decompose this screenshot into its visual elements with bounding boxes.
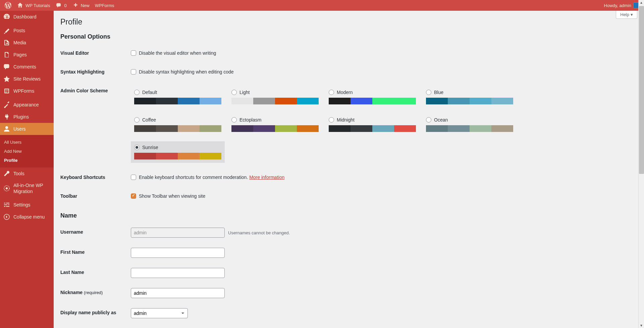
syntax-toggle[interactable]: Disable syntax highlighting when editing… xyxy=(131,69,634,75)
color-radio-blue[interactable] xyxy=(426,90,431,95)
new-content-link[interactable]: New xyxy=(69,0,92,11)
my-account-link[interactable]: Howdy, admin xyxy=(601,0,642,11)
sidebar-item-users[interactable]: Users xyxy=(0,123,54,135)
shortcuts-label: Keyboard Shortcuts xyxy=(60,168,127,187)
sidebar-item-posts[interactable]: Posts xyxy=(0,25,54,37)
color-scheme-ectoplasm[interactable]: Ectoplasm xyxy=(228,114,322,135)
color-scheme-ocean[interactable]: Ocean xyxy=(423,114,517,135)
help-tab[interactable]: Help ▾ xyxy=(616,11,637,19)
plug-icon xyxy=(3,113,10,120)
color-palette xyxy=(134,125,221,132)
color-radio-default[interactable] xyxy=(134,90,140,95)
last-name-input[interactable] xyxy=(131,268,225,278)
color-radio-light[interactable] xyxy=(231,90,237,95)
display-name-select[interactable]: admin xyxy=(131,308,188,318)
color-radio-midnight[interactable] xyxy=(329,117,334,123)
color-radio-sunrise[interactable] xyxy=(134,145,140,150)
username-label: Username xyxy=(60,223,127,243)
admin-sidebar: Dashboard Posts Media Pages Comments Sit… xyxy=(0,11,54,328)
star-icon xyxy=(3,76,10,82)
sidebar-item-tools[interactable]: Tools xyxy=(0,168,54,180)
color-palette xyxy=(329,125,416,132)
home-icon xyxy=(17,2,23,9)
wrench-icon xyxy=(3,170,10,177)
color-radio-ectoplasm[interactable] xyxy=(231,117,237,123)
sidebar-item-wpforms[interactable]: WPForms xyxy=(0,85,54,97)
color-scheme-coffee[interactable]: Coffee xyxy=(131,114,225,135)
last-name-label: Last Name xyxy=(60,263,127,283)
sidebar-item-plugins[interactable]: Plugins xyxy=(0,111,54,123)
comments-count: 0 xyxy=(64,3,66,8)
comment-icon xyxy=(55,2,62,9)
color-scheme-picker: DefaultLightModernBlueCoffeeEctoplasmMid… xyxy=(131,86,634,163)
color-palette xyxy=(426,98,513,104)
pages-icon xyxy=(3,51,10,58)
first-name-input[interactable] xyxy=(131,248,225,258)
color-palette xyxy=(134,153,221,159)
color-palette xyxy=(426,125,513,132)
submenu-profile[interactable]: Profile xyxy=(0,156,54,165)
migration-icon xyxy=(3,185,10,192)
howdy-text: Howdy, admin xyxy=(604,3,631,8)
color-scheme-default[interactable]: Default xyxy=(131,86,225,108)
pin-icon xyxy=(3,27,10,34)
color-radio-modern[interactable] xyxy=(329,90,334,95)
media-icon xyxy=(3,39,10,46)
admin-toolbar: WP Tutorials 0 New WPForms Howdy, admin xyxy=(0,0,644,11)
username-description: Usernames cannot be changed. xyxy=(228,230,290,235)
chevron-down-icon: ▾ xyxy=(631,12,633,17)
sidebar-item-site-reviews[interactable]: Site Reviews xyxy=(0,73,54,85)
sidebar-item-settings[interactable]: Settings xyxy=(0,199,54,211)
color-scheme-midnight[interactable]: Midnight xyxy=(325,114,419,135)
visual-editor-toggle[interactable]: Disable the visual editor when writing xyxy=(131,50,634,56)
site-name-text: WP Tutorials xyxy=(25,3,50,8)
color-scheme-light[interactable]: Light xyxy=(228,86,322,108)
syntax-checkbox[interactable] xyxy=(131,69,136,75)
toolbar-label: Toolbar xyxy=(60,187,127,205)
users-icon xyxy=(3,126,10,132)
main-content: Help ▾ Profile Personal Options Visual E… xyxy=(54,11,644,328)
username-input xyxy=(131,228,225,238)
color-scheme-blue[interactable]: Blue xyxy=(423,86,517,108)
sidebar-item-media[interactable]: Media xyxy=(0,37,54,49)
sidebar-item-comments[interactable]: Comments xyxy=(0,61,54,73)
scroll-down-arrow[interactable]: ▼ xyxy=(640,324,643,327)
submenu-add-new[interactable]: Add New xyxy=(0,147,54,156)
site-name-link[interactable]: WP Tutorials xyxy=(14,0,53,11)
wpforms-adminbar-link[interactable]: WPForms xyxy=(92,0,117,11)
syntax-label: Syntax Highlighting xyxy=(60,62,127,81)
scroll-up-arrow[interactable]: ▲ xyxy=(640,1,643,4)
scroll-thumb[interactable] xyxy=(639,6,644,174)
sidebar-item-migration[interactable]: All-in-One WP Migration xyxy=(0,180,54,197)
shortcuts-more-info-link[interactable]: More information xyxy=(249,175,284,180)
sidebar-item-dashboard[interactable]: Dashboard xyxy=(0,11,54,23)
first-name-label: First Name xyxy=(60,243,127,263)
color-scheme-sunrise[interactable]: Sunrise xyxy=(131,141,225,163)
sidebar-collapse[interactable]: Collapse menu xyxy=(0,211,54,223)
nickname-input[interactable] xyxy=(131,288,225,298)
new-label: New xyxy=(81,3,90,8)
color-radio-coffee[interactable] xyxy=(134,117,140,123)
color-radio-ocean[interactable] xyxy=(426,117,431,123)
comments-link[interactable]: 0 xyxy=(53,0,69,11)
wordpress-icon xyxy=(5,2,11,9)
page-title: Profile xyxy=(60,17,637,27)
color-palette xyxy=(231,98,319,104)
svg-point-1 xyxy=(6,187,8,189)
section-name: Name xyxy=(60,212,637,219)
visual-editor-checkbox[interactable] xyxy=(131,50,136,56)
color-scheme-modern[interactable]: Modern xyxy=(325,86,419,108)
vertical-scrollbar[interactable]: ▲ ▼ xyxy=(638,0,644,328)
submenu-all-users[interactable]: All Users xyxy=(0,138,54,147)
collapse-icon xyxy=(3,214,10,220)
shortcuts-checkbox[interactable] xyxy=(131,175,136,180)
shortcuts-toggle[interactable]: Enable keyboard shortcuts for comment mo… xyxy=(131,175,634,180)
sidebar-item-pages[interactable]: Pages xyxy=(0,49,54,61)
sidebar-item-appearance[interactable]: Appearance xyxy=(0,99,54,111)
brush-icon xyxy=(3,101,10,108)
toolbar-toggle[interactable]: Show Toolbar when viewing site xyxy=(131,193,634,199)
section-personal-options: Personal Options xyxy=(60,33,637,40)
visual-editor-label: Visual Editor xyxy=(60,44,127,62)
wp-logo-menu[interactable] xyxy=(2,0,14,11)
toolbar-checkbox[interactable] xyxy=(131,193,136,199)
